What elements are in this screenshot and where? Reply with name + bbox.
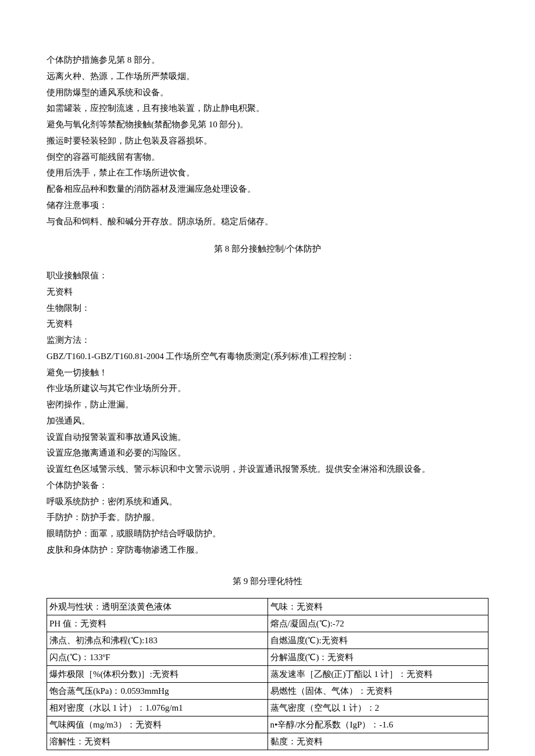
- section7-block: 个体防护措施参见第 8 部分。 远离火种、热源，工作场所严禁吸烟。 使用防爆型的…: [47, 52, 488, 230]
- section8-title: 第 8 部分接触控制/个体防护: [47, 241, 488, 257]
- body-text: 监测方法：: [47, 332, 488, 349]
- table-cell: 沸点、初沸点和沸程(℃):183: [47, 632, 268, 649]
- table-row: 相对密度（水以 1 计）：1.076g/m1 蒸气密度（空气以 1 计）：2: [47, 700, 488, 716]
- table-cell: 蒸气密度（空气以 1 计）：2: [268, 700, 488, 716]
- body-text: 储存注意事项：: [47, 198, 488, 214]
- section9-title: 第 9 部分理化特性: [47, 574, 488, 590]
- table-cell: 闪点(℃)：133ºF: [47, 649, 268, 666]
- table-cell: 相对密度（水以 1 计）：1.076g/m1: [47, 700, 268, 716]
- body-text: 个体防护装备：: [47, 478, 488, 494]
- table-row: 沸点、初沸点和沸程(℃):183 自燃温度(℃):无资料: [47, 632, 488, 649]
- body-text: 作业场所建议与其它作业场所分开。: [47, 381, 488, 397]
- table-cell: 黏度：无资料: [268, 733, 488, 750]
- table-cell: PH 值：无资料: [47, 615, 268, 632]
- body-text: 第 10 部分稳定性和反应性: [47, 754, 488, 756]
- body-text: 密闭操作，防止泄漏。: [47, 397, 488, 413]
- table-cell: 气味阀值（mg/m3）：无资料: [47, 716, 268, 733]
- table-cell: 熔点/凝固点(℃):-72: [268, 615, 488, 632]
- table-cell: 自燃温度(℃):无资料: [268, 632, 488, 649]
- body-text: 避免与氧化剂等禁配物接触(禁配物参见第 10 部分)。: [47, 117, 488, 133]
- body-text: GBZ/T160.1-GBZ/T160.81-2004 工作场所空气有毒物质测定…: [47, 349, 488, 365]
- body-text: 搬运时要轻装轻卸，防止包装及容器损坏。: [47, 133, 488, 149]
- table-cell: 易燃性（固体、气体）：无资料: [268, 683, 488, 700]
- body-text: 个体防护措施参见第 8 部分。: [47, 52, 488, 69]
- table-row: PH 值：无资料 熔点/凝固点(℃):-72: [47, 615, 488, 632]
- body-text: 倒空的容器可能残留有害物。: [47, 149, 488, 166]
- section8-block: 职业接触限值： 无资料 生物限制： 无资料 监测方法： GBZ/T160.1-G…: [47, 268, 488, 558]
- table-row: 外观与性状：透明至淡黄色液体 气味：无资料: [47, 599, 488, 615]
- table-row: 爆炸极限［%(体积分数)］:无资料 蒸发速率［乙酸(正)丁酯以 1 计］：无资料: [47, 666, 488, 683]
- body-text: 远离火种、热源，工作场所严禁吸烟。: [47, 69, 488, 85]
- body-text: 如需罐装，应控制流速，且有接地装置，防止静电积聚。: [47, 101, 488, 117]
- body-text: 配备相应品种和数量的消防器材及泄漏应急处理设备。: [47, 181, 488, 198]
- properties-table: 外观与性状：透明至淡黄色液体 气味：无资料 PH 值：无资料 熔点/凝固点(℃)…: [47, 598, 488, 750]
- table-cell: 饱合蒸气压(kPa)：0.0593mmHg: [47, 683, 268, 700]
- body-text: 设置自动报警装置和事故通风设施。: [47, 429, 488, 446]
- body-text: 无资料: [47, 316, 488, 332]
- table-row: 闪点(℃)：133ºF 分解温度(℃)：无资料: [47, 649, 488, 666]
- body-text: 手防护：防护手套。防护服。: [47, 510, 488, 526]
- body-text: 职业接触限值：: [47, 268, 488, 284]
- table-cell: 爆炸极限［%(体积分数)］:无资料: [47, 666, 268, 683]
- section10-block: 第 10 部分稳定性和反应性 稳定性：正常环境温度下储存和使用，木品稳定。 危险…: [47, 754, 488, 756]
- table-row: 气味阀值（mg/m3）：无资料 n•辛醇/水分配系数（IgP）：-1.6: [47, 716, 488, 733]
- body-text: 加强通风。: [47, 413, 488, 429]
- table-cell: 气味：无资料: [268, 599, 488, 615]
- body-text: 无资料: [47, 284, 488, 300]
- table-cell: 溶解性：无资料: [47, 733, 268, 750]
- body-text: 避免一切接触！: [47, 365, 488, 381]
- body-text: 生物限制：: [47, 300, 488, 317]
- body-text: 使用防爆型的通风系统和设备。: [47, 85, 488, 101]
- body-text: 使用后洗手，禁止在工作场所进饮食。: [47, 165, 488, 181]
- body-text: 呼吸系统防护：密闭系统和通风。: [47, 494, 488, 510]
- table-row: 饱合蒸气压(kPa)：0.0593mmHg 易燃性（固体、气体）：无资料: [47, 683, 488, 700]
- table-cell: n•辛醇/水分配系数（IgP）：-1.6: [268, 716, 488, 733]
- body-text: 皮肤和身体防护：穿防毒物渗透工作服。: [47, 542, 488, 558]
- body-text: 眼睛防护：面罩，或眼睛防护结合呼吸防护。: [47, 526, 488, 542]
- table-row: 溶解性：无资料 黏度：无资料: [47, 733, 488, 750]
- table-cell: 外观与性状：透明至淡黄色液体: [47, 599, 268, 615]
- table-cell: 分解温度(℃)：无资料: [268, 649, 488, 666]
- body-text: 设置红色区域警示线、警示标识和中文警示说明，并设置通讯报警系统。提供安全淋浴和洗…: [47, 461, 488, 478]
- body-text: 设置应急撤离通道和必要的泻险区。: [47, 445, 488, 461]
- table-cell: 蒸发速率［乙酸(正)丁酯以 1 计］：无资料: [268, 666, 488, 683]
- body-text: 与食品和饲料、酸和碱分开存放。阴凉场所。稳定后储存。: [47, 214, 488, 230]
